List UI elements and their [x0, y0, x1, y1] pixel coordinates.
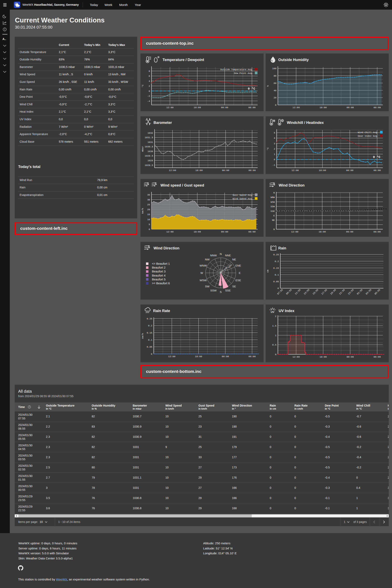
- svg-text:1031: 1031: [148, 141, 153, 143]
- svg-text:10: 10: [147, 218, 150, 221]
- svg-text:cm/h: cm/h: [141, 333, 144, 339]
- svg-text:1029: 1029: [148, 159, 153, 162]
- svg-text:00:00: 00:00: [346, 230, 353, 233]
- svg-text:4: 4: [149, 80, 150, 82]
- svg-text:Heat Index Avg.: Heat Index Avg.: [358, 135, 378, 137]
- svg-text:Dew Point Avg.: Dew Point Avg.: [234, 72, 253, 74]
- svg-text:3: 3: [274, 142, 275, 145]
- svg-text:mbar: mbar: [141, 146, 144, 152]
- svg-text:SW: SW: [205, 285, 210, 288]
- svg-text:NNW: NNW: [210, 254, 216, 257]
- svg-text:WSW: WSW: [270, 201, 275, 203]
- svg-text:Beaufort 4: Beaufort 4: [152, 274, 166, 277]
- svg-text:80: 80: [274, 74, 276, 77]
- svg-text:Outside Temperature Avg.: Outside Temperature Avg.: [220, 68, 253, 71]
- svg-text:cm: cm: [266, 270, 269, 272]
- svg-text:05:55: 05:55: [374, 288, 381, 295]
- svg-text:09:55: 09:55: [286, 288, 292, 295]
- svg-text:12:00: 12:00: [166, 106, 174, 109]
- svg-text:18:00: 18:00: [194, 106, 201, 109]
- svg-text:1: 1: [274, 153, 275, 155]
- svg-text:0: 0: [278, 287, 279, 290]
- svg-text:06:00: 06:00: [374, 230, 380, 233]
- svg-text:00:00: 00:00: [221, 106, 228, 109]
- svg-text:23:55: 23:55: [348, 288, 354, 295]
- svg-text:25: 25: [147, 203, 150, 206]
- svg-text:0.05: 0.05: [146, 346, 152, 348]
- svg-text:SSW: SSW: [270, 205, 275, 208]
- svg-text:06:00: 06:00: [248, 355, 256, 358]
- svg-text:WNW: WNW: [200, 264, 206, 267]
- svg-text:06:00: 06:00: [374, 169, 380, 172]
- svg-text:0.15: 0.15: [273, 267, 279, 269]
- svg-text:WNW: WNW: [270, 196, 275, 199]
- svg-text:12:00: 12:00: [168, 355, 176, 358]
- svg-text:18:00: 18:00: [320, 356, 327, 358]
- svg-text:01:55: 01:55: [356, 288, 363, 295]
- svg-text:NNE: NNE: [225, 254, 231, 257]
- svg-text:13:55: 13:55: [303, 288, 310, 295]
- svg-text:17:55: 17:55: [321, 288, 328, 295]
- svg-text:°C: °C: [141, 85, 144, 87]
- svg-text:11:55: 11:55: [294, 288, 301, 295]
- svg-text:°C: °C: [266, 147, 269, 150]
- svg-text:100: 100: [272, 67, 276, 70]
- svg-text:8: 8: [149, 70, 150, 72]
- svg-text:0.05: 0.05: [273, 280, 279, 283]
- svg-text:N: N: [220, 252, 222, 256]
- svg-text:18:00: 18:00: [194, 230, 201, 233]
- svg-text:18:00: 18:00: [196, 169, 202, 172]
- svg-text:N: N: [274, 191, 275, 194]
- svg-text:%: %: [266, 85, 269, 87]
- svg-text:18:00: 18:00: [320, 106, 327, 109]
- svg-text:0: 0: [151, 353, 152, 355]
- svg-text:2: 2: [274, 147, 275, 150]
- svg-text:-2: -2: [147, 95, 150, 97]
- svg-text:00:00: 00:00: [346, 356, 354, 358]
- svg-text:18:00: 18:00: [195, 355, 202, 358]
- svg-text:18:00: 18:00: [318, 230, 326, 233]
- svg-text:12:00: 12:00: [292, 106, 300, 109]
- svg-text:NE: NE: [232, 258, 236, 261]
- svg-text:1: 1: [275, 334, 276, 337]
- svg-text:ENE: ENE: [236, 264, 241, 267]
- svg-text:00:00: 00:00: [222, 355, 229, 358]
- svg-text:E: E: [274, 214, 275, 217]
- svg-text:1028.5: 1028.5: [145, 164, 153, 166]
- svg-text:5: 5: [149, 223, 150, 226]
- svg-text:-1: -1: [272, 163, 275, 166]
- svg-text:Wind Speed Avg.: Wind Speed Avg.: [232, 198, 253, 200]
- svg-text:Beaufort 5: Beaufort 5: [152, 278, 166, 281]
- svg-text:0: 0: [275, 353, 276, 356]
- svg-text:06:00: 06:00: [248, 106, 256, 109]
- svg-text:km/h: km/h: [141, 208, 144, 214]
- svg-text:1030.5: 1030.5: [145, 145, 153, 148]
- svg-text:1029.5: 1029.5: [145, 154, 153, 157]
- svg-text:WSW: WSW: [200, 279, 207, 282]
- svg-text:60: 60: [274, 82, 276, 84]
- svg-text:NW: NW: [205, 258, 210, 261]
- svg-text:E: E: [239, 271, 240, 275]
- svg-text:Gust Speed Avg.: Gust Speed Avg.: [232, 194, 253, 196]
- svg-text:30: 30: [147, 198, 150, 201]
- svg-text:20: 20: [147, 208, 150, 211]
- svg-text:4: 4: [274, 137, 275, 139]
- svg-text:0: 0: [275, 104, 276, 106]
- svg-text:00:00: 00:00: [222, 169, 229, 172]
- svg-text:06:00: 06:00: [248, 169, 256, 172]
- svg-text:<= Beaufort 1: <= Beaufort 1: [152, 262, 170, 265]
- svg-text:00:00: 00:00: [346, 169, 353, 172]
- svg-text:0.5: 0.5: [272, 344, 276, 346]
- svg-text:0.15: 0.15: [146, 331, 152, 334]
- svg-text:2: 2: [275, 315, 276, 318]
- svg-text:0.1: 0.1: [148, 339, 152, 341]
- svg-text:12:00: 12:00: [169, 169, 176, 172]
- svg-text:S: S: [220, 290, 222, 293]
- svg-text:SSE: SSE: [225, 289, 231, 292]
- svg-text:0: 0: [149, 228, 150, 231]
- svg-text:06:00: 06:00: [374, 106, 381, 109]
- svg-text:SSW: SSW: [210, 289, 216, 292]
- svg-text:Wind Chill Avg.: Wind Chill Avg.: [358, 131, 378, 134]
- svg-text:ESE: ESE: [236, 279, 241, 282]
- svg-text:0: 0: [149, 90, 150, 92]
